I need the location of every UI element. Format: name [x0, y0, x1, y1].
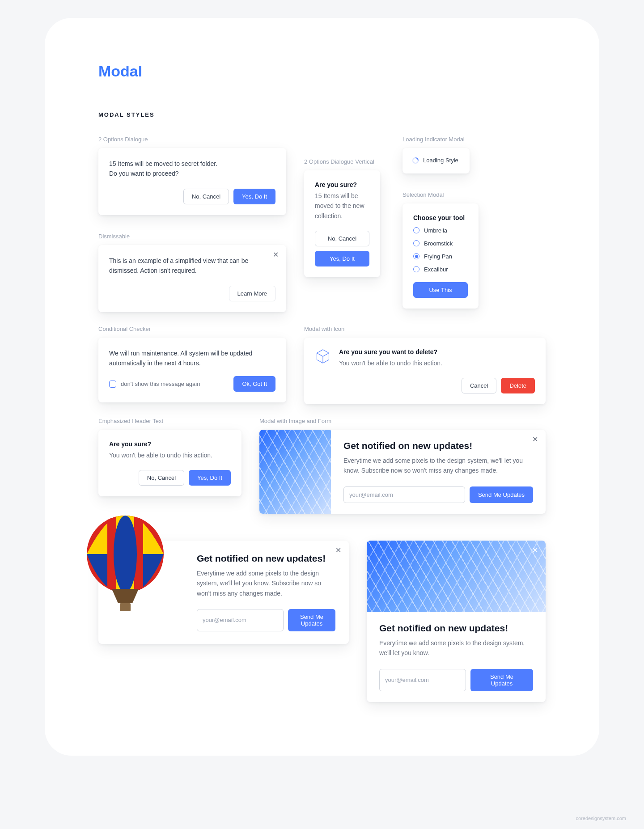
- cancel-button[interactable]: No, Cancel: [183, 189, 229, 204]
- checkbox-label: don't show this message again: [121, 381, 200, 387]
- emphasized-title: Are you sure?: [109, 440, 231, 448]
- modal-two-options-vertical: Are you sure? 15 Items will be moved to …: [304, 170, 380, 277]
- subscribe-body: Everytime we add some pixels to the desi…: [343, 456, 533, 476]
- icon-modal-body: You won't be able to undo this action.: [339, 358, 442, 368]
- loading-text: Loading Style: [423, 156, 458, 165]
- label-selection: Selection Modal: [402, 191, 546, 198]
- cancel-button[interactable]: No, Cancel: [139, 470, 184, 486]
- radio-option[interactable]: Broomstick: [413, 237, 468, 250]
- learn-more-button[interactable]: Learn More: [229, 286, 275, 301]
- subscribe-body: Everytime we add some pixels to the desi…: [197, 568, 335, 598]
- label-loading: Loading Indicator Modal: [402, 136, 546, 143]
- use-this-button[interactable]: Use This: [413, 282, 468, 298]
- radio-icon: [413, 253, 419, 259]
- label-two-options: 2 Options Dialogue: [98, 136, 286, 143]
- page-title: Modal: [98, 63, 546, 80]
- confirm-button[interactable]: Yes, Do It: [233, 189, 275, 204]
- radio-option[interactable]: Umbrella: [413, 224, 468, 237]
- radio-label: Broomstick: [424, 240, 453, 247]
- send-updates-button[interactable]: Send Me Updates: [470, 669, 533, 691]
- radio-option[interactable]: Frying Pan: [413, 250, 468, 263]
- modal-dismissable: ✕ This is an example of a simplified vie…: [98, 245, 286, 312]
- modal-two-options: 15 Items will be moved to secret folder.…: [98, 148, 286, 215]
- cube-icon: [315, 348, 331, 364]
- modal-conditional: We will run maintenance. All system will…: [98, 338, 286, 403]
- icon-modal-title: Are you sure you want to delete?: [339, 348, 442, 355]
- cancel-button[interactable]: Cancel: [462, 378, 496, 393]
- modal-loading: Loading Style: [402, 148, 470, 173]
- selection-title: Choose your tool: [413, 214, 468, 221]
- section-title: MODAL STYLES: [98, 111, 546, 118]
- ok-button[interactable]: Ok, Got It: [233, 376, 275, 392]
- vertical-title: Are you sure?: [315, 181, 369, 188]
- close-icon[interactable]: ✕: [272, 251, 279, 258]
- radio-list: UmbrellaBroomstickFrying PanExcalibur: [413, 224, 468, 276]
- delete-button[interactable]: Delete: [501, 378, 535, 393]
- modal-with-icon: Are you sure you want to delete? You won…: [304, 338, 546, 404]
- emphasized-body: You won't be able to undo this action.: [109, 450, 231, 460]
- modal-selection: Choose your tool UmbrellaBroomstickFryin…: [402, 203, 479, 309]
- two-options-line2: Do you want to proceed?: [109, 169, 275, 178]
- modal-subscribe-balloon: ✕ Get notified on new updates! Everytime…: [98, 541, 349, 644]
- label-two-options-vertical: 2 Options Dialogue Vertical: [304, 158, 385, 165]
- radio-option[interactable]: Excalibur: [413, 263, 468, 276]
- hero-image: [259, 430, 331, 514]
- balloon-image: [80, 514, 170, 617]
- subscribe-title: Get notified on new updates!: [379, 623, 533, 634]
- dismissable-body: This is an example of a simplified view …: [109, 256, 275, 276]
- label-conditional: Conditional Checker: [98, 326, 286, 332]
- subscribe-body: Everytime we add some pixels to the desi…: [379, 638, 533, 658]
- confirm-button[interactable]: Yes, Do It: [189, 470, 231, 486]
- label-modal-image-form: Modal with Image and Form: [259, 418, 546, 424]
- modal-subscribe-left-image: ✕ Get notified on new updates! Everytime…: [259, 430, 546, 514]
- radio-label: Umbrella: [424, 227, 447, 234]
- modal-subscribe-top-image: ✕ Get notified on new updates! Everytime…: [367, 541, 546, 702]
- confirm-button[interactable]: Yes, Do It: [315, 251, 369, 266]
- cancel-button[interactable]: No, Cancel: [315, 231, 369, 246]
- label-dismissable: Dismissable: [98, 233, 286, 240]
- two-options-line1: 15 Items will be moved to secret folder.: [109, 159, 275, 169]
- email-input[interactable]: [379, 669, 466, 691]
- label-emphasized: Emphasized Header Text: [98, 418, 242, 424]
- vertical-body: 15 Items will be moved to the new collec…: [315, 191, 369, 221]
- email-input[interactable]: [343, 486, 465, 503]
- radio-icon: [413, 240, 419, 246]
- email-input[interactable]: [197, 609, 284, 631]
- close-icon[interactable]: ✕: [531, 547, 538, 554]
- subscribe-title: Get notified on new updates!: [197, 553, 335, 564]
- hero-image: ✕: [367, 541, 546, 612]
- label-modal-icon: Modal with Icon: [304, 326, 546, 332]
- conditional-body: We will run maintenance. All system will…: [109, 348, 275, 368]
- radio-label: Excalibur: [424, 266, 448, 273]
- send-updates-button[interactable]: Send Me Updates: [470, 486, 533, 503]
- subscribe-title: Get notified on new updates!: [343, 440, 533, 451]
- checkbox[interactable]: [109, 381, 116, 388]
- radio-icon: [413, 266, 419, 272]
- radio-label: Frying Pan: [424, 253, 452, 260]
- close-icon[interactable]: ✕: [335, 547, 342, 554]
- spinner-icon: [411, 156, 420, 165]
- radio-icon: [413, 227, 419, 233]
- close-icon[interactable]: ✕: [531, 436, 538, 443]
- modal-emphasized: Are you sure? You won't be able to undo …: [98, 430, 242, 496]
- send-updates-button[interactable]: Send Me Updates: [288, 609, 335, 631]
- svg-point-3: [114, 516, 137, 592]
- svg-rect-4: [120, 603, 131, 611]
